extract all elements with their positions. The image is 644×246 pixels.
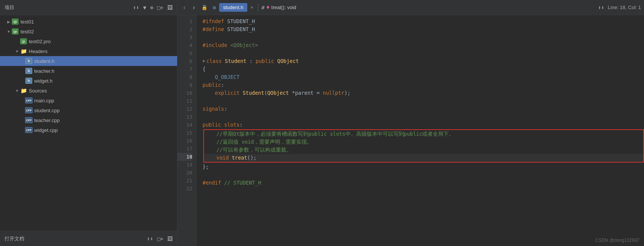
code-content[interactable]: #ifndef STUDENT_H #define STUDENT_H #inc… [196, 15, 644, 246]
code-line-18: void treat(); [204, 154, 643, 162]
token-parent: parent [295, 89, 314, 97]
line-9: 9 [177, 81, 192, 89]
tree-label-teacher-cpp: teacher.cpp [34, 118, 60, 123]
token-define: #define [203, 25, 227, 33]
tree-item-widget-cpp[interactable]: CPP widget.cpp [0, 125, 177, 135]
token-define-val: STUDENT_H [227, 25, 255, 33]
token-nullptr: nullptr [323, 89, 344, 97]
add-file-icon[interactable]: □+ [157, 5, 163, 11]
line-7: 7 [177, 65, 192, 73]
tree-item-test02-pro[interactable]: ▶ Qt test02.pro [0, 36, 177, 46]
token-public-9: public [203, 81, 221, 89]
link-icon[interactable]: ⊕ [150, 5, 153, 11]
tree-label-widget-cpp: widget.cpp [34, 127, 58, 133]
code-line-21: #endif // STUDENT_H [203, 179, 644, 187]
lock-button[interactable]: 🔒 [199, 3, 209, 12]
cpp-file-icon: CPP [25, 97, 33, 104]
cpp-file-icon-2: CPP [25, 107, 33, 114]
tree-item-teacher-cpp[interactable]: CPP teacher.cpp [0, 115, 177, 125]
tree-item-student-h[interactable]: h student.h [0, 56, 177, 66]
left-header: 项目 ⬆⬇ ▼ ⊕ □+ 🖼 [0, 0, 177, 15]
code-line-8: Q_OBJECT [203, 73, 644, 81]
tree-arrow-headers: ▼ [14, 49, 20, 53]
file-tab-icon: ⊞ [211, 3, 218, 12]
token-colon-12: : [224, 105, 227, 113]
line-19: 19 [177, 161, 192, 169]
tree-arrow-test02: ▼ [6, 30, 11, 34]
sort-icon[interactable]: ⬆⬇ [133, 5, 139, 11]
token-treat-parens: (); [247, 154, 256, 162]
line-16: 16 [177, 137, 192, 145]
line-14: 14 [177, 121, 192, 129]
tree-item-test02[interactable]: ▼ Qt test02 [0, 27, 177, 36]
tree-item-headers[interactable]: ▼ 📁 Headers [0, 46, 177, 56]
close-tab-button[interactable]: ✕ [249, 3, 255, 11]
highlight-region: //早期Qt版本中，必须要将槽函数写到public slots中。高级版本中可以… [203, 129, 644, 163]
token-qobject: QObject [277, 57, 299, 65]
image-icon[interactable]: 🖼 [167, 5, 173, 11]
tree-item-teacher-h[interactable]: h teacher.h [0, 66, 177, 76]
token-colon-14: : [240, 121, 243, 129]
sources-folder-icon: 📁 [20, 87, 27, 94]
line-15: 15 [177, 129, 192, 137]
code-line-3 [203, 33, 644, 41]
line-22: 22 [177, 185, 192, 193]
headers-folder-icon: 📁 [20, 48, 27, 55]
editor-wrapper: 1 2 3 4 5 6 7 8 9 10 11 12 13 14 15 16 1… [177, 15, 644, 246]
token-comment-17: //可以有参数，可以构成重载。 [217, 146, 292, 154]
open-docs-label[interactable]: 打开文档 [5, 235, 143, 242]
line-21: 21 [177, 177, 192, 185]
file-tab[interactable]: student.h [219, 3, 247, 12]
breadcrumb-expand-icon[interactable]: ⬆⬇ [596, 3, 606, 12]
tree-label-teacher-h: teacher.h [34, 68, 55, 74]
tree-item-sources[interactable]: ▼ 📁 Sources [0, 86, 177, 96]
breadcrumb-fn-icon: ♦ [266, 4, 270, 11]
code-editor[interactable]: 1 2 3 4 5 6 7 8 9 10 11 12 13 14 15 16 1… [177, 15, 644, 246]
code-line-15: //早期Qt版本中，必须要将槽函数写到public slots中。高级版本中可以… [204, 130, 643, 138]
code-line-7: { [203, 65, 644, 73]
tree-item-main-cpp[interactable]: CPP main.cpp [0, 96, 177, 105]
code-line-6: ▼ class Student : public QObject [203, 57, 644, 65]
line-5: 5 [177, 49, 192, 57]
cpp-file-icon-3: CPP [25, 117, 33, 124]
token-indent-18 [204, 154, 217, 162]
code-line-14: public slots: [203, 121, 644, 129]
token-class: class [206, 57, 225, 65]
line-11: 11 [177, 97, 192, 105]
tree-item-widget-h[interactable]: h widget.h [0, 76, 177, 86]
left-panel: 项目 ⬆⬇ ▼ ⊕ □+ 🖼 ▶ Qt test01 ▼ Qt test02 [0, 0, 177, 246]
tree-label-widget-h: widget.h [34, 78, 52, 84]
footer-add-icon[interactable]: □+ [157, 236, 163, 242]
token-qobject-macro: Q_OBJECT [215, 73, 240, 81]
forward-button[interactable]: › [190, 2, 198, 13]
token-treat: treat [232, 154, 247, 162]
footer-image-icon[interactable]: 🖼 [167, 236, 173, 242]
line-8: 8 [177, 73, 192, 81]
fold-arrow-6[interactable]: ▼ [203, 57, 205, 65]
h-file-icon: h [25, 58, 33, 64]
line-2: 2 [177, 25, 192, 33]
back-button[interactable]: ‹ [181, 2, 188, 13]
token-include: #include [203, 41, 230, 49]
code-line-2: #define STUDENT_H [203, 25, 644, 33]
tree-item-student-cpp[interactable]: CPP student.cpp [0, 105, 177, 115]
tree-item-test01[interactable]: ▶ Qt test01 [0, 17, 177, 27]
code-line-22 [203, 187, 644, 195]
tree-label-test02: test02 [20, 29, 34, 34]
code-line-12: signals: [203, 105, 644, 113]
code-line-19: }; [203, 163, 644, 171]
token-comment-16: //返回值 void，需要声明，需要实现。 [217, 138, 313, 146]
footer-sort-icon[interactable]: ⬆⬇ [147, 236, 153, 242]
tree-arrow-sources: ▼ [14, 89, 20, 93]
tree-label-main-cpp: main.cpp [34, 98, 54, 103]
token-endif-comment: // STUDENT_H [221, 179, 261, 187]
code-line-16: //返回值 void，需要声明，需要实现。 [204, 138, 643, 146]
filter-icon[interactable]: ▼ [143, 5, 146, 11]
token-signals: signals [203, 105, 224, 113]
token-indent-16 [204, 138, 217, 146]
line-17: 17 [177, 145, 192, 153]
h-file-icon-2: h [25, 67, 33, 74]
hash-symbol: # [261, 5, 264, 11]
tree-label-pro: test02.pro [29, 39, 51, 44]
code-line-5 [203, 49, 644, 57]
